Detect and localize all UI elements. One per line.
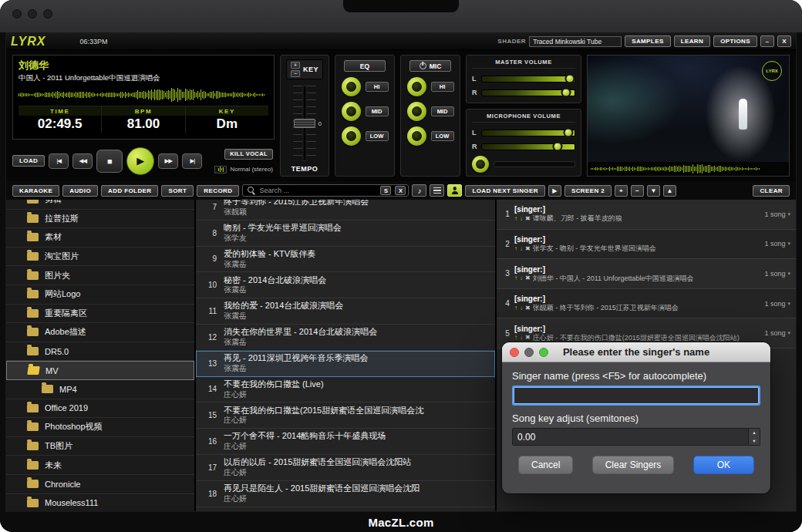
skip-to-start-button[interactable]: |◀: [49, 153, 69, 169]
move-up-icon[interactable]: ↑: [514, 305, 517, 312]
key-adjust-input[interactable]: 0.00: [513, 429, 748, 445]
stop-button[interactable]: ■: [96, 150, 123, 173]
mic-right-handle[interactable]: [553, 142, 563, 152]
move-down-icon[interactable]: ↓: [520, 274, 523, 282]
add-folder-button[interactable]: ADD FOLDER: [101, 185, 158, 197]
deck-waveform[interactable]: [19, 86, 268, 104]
play-button[interactable]: ▶: [126, 147, 154, 175]
mic-hi-knob[interactable]: [407, 77, 426, 96]
samples-button[interactable]: SAMPLES: [625, 35, 670, 47]
song-row[interactable]: 15不要在我的伤口撒盐(2015甜妍蜜语全国巡回演唱会沈庄心妍: [196, 402, 495, 429]
tab-karaoke[interactable]: KARAOKE: [12, 185, 59, 197]
remove-singer-icon[interactable]: ✖: [525, 215, 531, 223]
rewind-button[interactable]: ◀◀: [72, 153, 93, 169]
dropdown-caret-icon[interactable]: ▾: [787, 211, 790, 217]
song-row[interactable]: 7终于等到你 - 2015江苏卫视新年演唱会张靓颖: [196, 200, 495, 221]
move-up-icon[interactable]: ↑: [514, 334, 517, 342]
song-row[interactable]: 11我给的爱 - 2014台北破浪演唱会张震岳: [196, 298, 495, 325]
tempo-slider-handle[interactable]: [294, 119, 315, 128]
singer-mode-button[interactable]: [447, 184, 462, 197]
song-row[interactable]: 16一万个舍不得 - 2014酷狗音乐十年盛典现场庄心妍: [196, 429, 495, 455]
sidebar-item[interactable]: 重要隔离区: [6, 305, 194, 324]
move-up-icon[interactable]: ↑: [514, 274, 517, 282]
remove-singer-icon[interactable]: ✖: [525, 305, 531, 312]
tempo-slider[interactable]: 0: [284, 84, 325, 163]
eq-hi-knob[interactable]: [342, 77, 361, 96]
song-row[interactable]: 14不要在我的伤口撒盐 (Live)庄心妍: [196, 377, 495, 403]
song-row[interactable]: 18再见只是陌生人 - 2015甜妍蜜语全国巡回演唱会沈阳庄心妍: [196, 481, 495, 507]
close-button[interactable]: X: [777, 35, 791, 47]
shader-select[interactable]: Traced Minkowski Tube: [529, 36, 622, 47]
move-down-icon[interactable]: ↓: [520, 305, 523, 312]
move-up-icon[interactable]: ↑: [514, 245, 517, 253]
sidebar-item[interactable]: Adobe描述: [6, 323, 194, 342]
minimize-window-icon[interactable]: [28, 9, 37, 19]
song-row[interactable]: 10秘密 - 2014台北破浪演唱会张震岳: [196, 272, 495, 298]
master-right-handle[interactable]: [561, 88, 571, 98]
screen-2-button[interactable]: SCREEN 2: [564, 185, 612, 197]
sidebar-item[interactable]: MV: [6, 361, 194, 380]
video-preview[interactable]: LYRX: [587, 55, 790, 177]
sidebar-item[interactable]: 拉普拉斯: [6, 210, 194, 229]
master-left-slider[interactable]: [481, 76, 575, 82]
song-row[interactable]: 8吻别 - 学友光年世界巡回演唱会张学友: [196, 221, 495, 247]
sidebar-item[interactable]: 未来: [6, 456, 194, 475]
search-placeholder[interactable]: Search ...: [259, 187, 376, 194]
move-down-button[interactable]: ▼: [647, 185, 660, 197]
queue-row[interactable]: 3[singer:]↑↓✖刘德华 - 中国人 - 2011 Unforgetta…: [497, 259, 796, 289]
eq-button[interactable]: EQ: [344, 60, 386, 72]
play-next-button[interactable]: ▶: [548, 185, 561, 197]
sidebar-item[interactable]: 图片夹: [6, 266, 194, 285]
stepper-down-icon[interactable]: ▼: [749, 437, 760, 446]
zoom-in-button[interactable]: +: [615, 185, 628, 197]
move-down-icon[interactable]: ↓: [520, 245, 523, 253]
remove-singer-icon[interactable]: ✖: [525, 245, 531, 253]
tab-audio[interactable]: AUDIO: [62, 185, 98, 197]
clear-singers-button[interactable]: Clear Singers: [592, 456, 675, 474]
options-button[interactable]: OPTIONS: [713, 35, 757, 47]
sidebar-item[interactable]: 剪辑: [6, 200, 194, 210]
kill-vocal-button[interactable]: KILL VOCAL: [224, 149, 273, 160]
dialog-zoom-icon[interactable]: [539, 348, 548, 357]
ok-button[interactable]: OK: [693, 456, 754, 474]
key-up-button[interactable]: +: [291, 62, 300, 69]
sidebar-item[interactable]: TB图片: [6, 437, 194, 456]
song-row[interactable]: 17以后的以后 - 2015甜妍蜜语全国巡回演唱会沈阳站庄心妍: [196, 455, 495, 481]
sidebar-item[interactable]: Photoshop视频: [6, 418, 194, 437]
mic-left-handle[interactable]: [563, 128, 573, 138]
dialog-close-icon[interactable]: [510, 348, 519, 357]
key-down-button[interactable]: −: [291, 70, 300, 77]
move-down-icon[interactable]: ↓: [520, 215, 523, 223]
sidebar-item[interactable]: 淘宝图片: [6, 247, 194, 267]
dropdown-caret-icon[interactable]: ▾: [787, 271, 790, 277]
sidebar-item[interactable]: MP4: [6, 380, 194, 399]
move-up-icon[interactable]: ↑: [514, 215, 517, 223]
queue-row[interactable]: 2[singer:]↑↓✖张学友 - 吻别 - 学友光年世界巡回演唱会1 son…: [497, 230, 796, 260]
sidebar-item[interactable]: Office 2019: [6, 399, 194, 419]
clear-button[interactable]: CLEAR: [753, 185, 790, 197]
load-button[interactable]: LOAD: [12, 155, 45, 167]
mic-gain-knob[interactable]: [472, 156, 489, 173]
search-s-button[interactable]: S: [380, 186, 391, 195]
eq-mid-knob[interactable]: [342, 102, 361, 121]
fast-forward-button[interactable]: ▶▶: [158, 153, 178, 169]
record-button[interactable]: RECORD: [197, 185, 239, 197]
mic-mid-knob[interactable]: [407, 102, 426, 121]
search-clear-button[interactable]: X: [395, 186, 406, 195]
sidebar-item[interactable]: Chronicle: [6, 475, 194, 494]
music-note-button[interactable]: ♪: [412, 184, 426, 197]
load-next-singer-button[interactable]: LOAD NEXT SINGER: [465, 185, 545, 197]
master-right-slider[interactable]: [481, 89, 575, 96]
minimize-button[interactable]: –: [760, 35, 774, 47]
stepper-up-icon[interactable]: ▲: [749, 429, 760, 437]
remove-singer-icon[interactable]: ✖: [525, 334, 531, 342]
song-row[interactable]: 13再见 - 2011深圳卫视跨年音乐季演唱会张震岳: [196, 351, 495, 377]
move-down-icon[interactable]: ↓: [520, 334, 523, 342]
song-row[interactable]: 12消失在你的世界里 - 2014台北破浪演唱会张震岳: [196, 325, 495, 351]
queue-row[interactable]: 4[singer:]↑↓✖张靓颖 - 终于等到你 - 2015江苏卫视新年演唱会…: [497, 289, 796, 319]
skip-to-end-button[interactable]: ▶|: [182, 153, 202, 169]
eq-low-knob[interactable]: [342, 126, 361, 146]
mic-left-slider[interactable]: [481, 130, 575, 136]
search-field[interactable]: Search ... S X: [242, 184, 409, 197]
dropdown-caret-icon[interactable]: ▾: [787, 330, 790, 336]
